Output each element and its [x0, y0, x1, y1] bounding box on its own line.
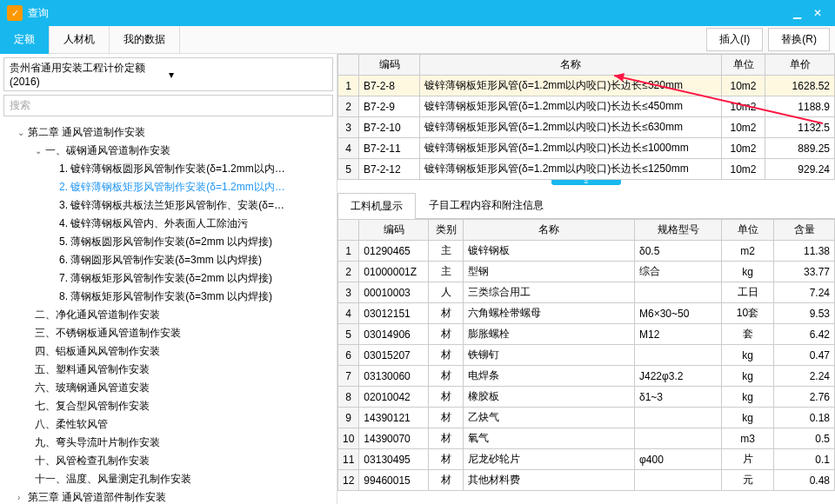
- tab-mydata[interactable]: 我的数据: [110, 26, 180, 54]
- splitter-handle[interactable]: ≡: [551, 180, 621, 185]
- tree-section-9[interactable]: 九、弯头导流叶片制作安装: [0, 434, 337, 452]
- table-row[interactable]: 2B7-2-9镀锌薄钢板矩形风管(δ=1.2mm以内咬口)长边长≤450mm10…: [338, 96, 835, 117]
- insert-button[interactable]: 插入(I): [706, 28, 763, 51]
- right-panel: 编码 名称 单位 单价 1B7-2-8镀锌薄钢板矩形风管(δ=1.2mm以内咬口…: [337, 54, 835, 504]
- table-row[interactable]: 1B7-2-8镀锌薄钢板矩形风管(δ=1.2mm以内咬口)长边长≤320mm10…: [338, 76, 835, 96]
- tree-chapter-2[interactable]: ⌄第二章 通风管道制作安装: [0, 123, 337, 142]
- table-row[interactable]: 703130060材电焊条J422φ3.2kg2.24: [338, 366, 835, 387]
- table-row[interactable]: 300010003人三类综合用工工日7.24: [338, 282, 835, 303]
- table-row[interactable]: 3B7-2-10镀锌薄钢板矩形风管(δ=1.2mm以内咬口)长边长≤630mm1…: [338, 117, 835, 138]
- tree-section-3[interactable]: 三、不锈钢板通风管道制作安装: [0, 324, 337, 342]
- table-row[interactable]: 101290465主镀锌钢板δ0.5m211.38: [338, 241, 835, 262]
- minimize-icon[interactable]: ▁: [786, 4, 807, 22]
- quota-table[interactable]: 编码 名称 单位 单价 1B7-2-8镀锌薄钢板矩形风管(δ=1.2mm以内咬口…: [337, 54, 835, 180]
- subtab-gongliaoji[interactable]: 工料机显示: [337, 193, 416, 219]
- chevron-down-icon: ⌄: [35, 146, 45, 156]
- table-row[interactable]: 201000001Z主型钢综合kg33.77: [338, 262, 835, 282]
- col-name: 名称: [420, 55, 722, 76]
- table-row[interactable]: 4B7-2-11镀锌薄钢板矩形风管(δ=1.2mm以内咬口)长边长≤1000mm…: [338, 138, 835, 159]
- table-row[interactable]: 603015207材铁铆钉kg0.47: [338, 345, 835, 366]
- col2-spec: 规格型号: [635, 220, 722, 241]
- tab-rencaiji[interactable]: 人材机: [50, 26, 110, 54]
- table-row[interactable]: 1014390070材氧气m30.5: [338, 428, 835, 449]
- window-title: 查询: [28, 6, 786, 21]
- tree: ⌄第二章 通风管道制作安装 ⌄一、碳钢通风管道制作安装 1. 镀锌薄钢板圆形风管…: [0, 120, 337, 504]
- table-row[interactable]: 503014906材膨胀螺栓M12套6.42: [338, 324, 835, 345]
- table-row[interactable]: 802010042材橡胶板δ1~3kg2.76: [338, 387, 835, 408]
- table-row[interactable]: 403012151材六角螺栓带螺母M6×30~5010套9.53: [338, 303, 835, 324]
- tree-item-6[interactable]: 6. 薄钢圆形风管制作安装(δ=3mm 以内焊接): [0, 251, 337, 269]
- tree-item-7[interactable]: 7. 薄钢板矩形风管制作安装(δ=2mm 以内焊接): [0, 269, 337, 288]
- col2-cat: 类别: [429, 220, 464, 241]
- col-code: 编码: [359, 55, 420, 76]
- subtabs: 工料机显示 子目工程内容和附注信息: [337, 192, 835, 219]
- tree-section-2[interactable]: 二、净化通风管道制作安装: [0, 306, 337, 324]
- tree-item-2[interactable]: 2. 镀锌薄钢板矩形风管制作安装(δ=1.2mm以内…: [0, 178, 337, 196]
- col2-qty: 含量: [774, 220, 835, 241]
- subtab-notes[interactable]: 子目工程内容和附注信息: [416, 192, 557, 218]
- close-icon[interactable]: ✕: [807, 4, 828, 22]
- tree-section-10[interactable]: 十、风管检查孔制作安装: [0, 452, 337, 470]
- tree-chapter-3[interactable]: ›第三章 通风管道部件制作安装: [0, 488, 337, 504]
- table-row[interactable]: 5B7-2-12镀锌薄钢板矩形风管(δ=1.2mm以内咬口)长边长≤1250mm…: [338, 159, 835, 180]
- tree-section-5[interactable]: 五、塑料通风管制作安装: [0, 361, 337, 379]
- norm-select-value: 贵州省通用安装工程计价定额(2016): [10, 61, 169, 88]
- tree-item-4[interactable]: 4. 镀锌薄钢板风管内、外表面人工除油污: [0, 215, 337, 233]
- col2-unit: 单位: [722, 220, 774, 241]
- norm-select[interactable]: 贵州省通用安装工程计价定额(2016) ▾: [3, 57, 333, 91]
- chevron-down-icon: ▾: [169, 69, 328, 81]
- table-row[interactable]: 914390121材乙炔气kg0.18: [338, 408, 835, 428]
- table-row[interactable]: 1103130495材尼龙砂轮片φ400片0.1: [338, 449, 835, 470]
- tree-item-1[interactable]: 1. 镀锌薄钢板圆形风管制作安装(δ=1.2mm以内…: [0, 160, 337, 178]
- app-logo-icon: ✓: [7, 5, 23, 21]
- tree-section-8[interactable]: 八、柔性软风管: [0, 415, 337, 434]
- col-unit: 单位: [722, 55, 765, 76]
- col-price: 单价: [765, 55, 835, 76]
- col2-name: 名称: [464, 220, 635, 241]
- tree-section-4[interactable]: 四、铝板通风风管制作安装: [0, 342, 337, 361]
- material-table[interactable]: 编码 类别 名称 规格型号 单位 含量 101290465主镀锌钢板δ0.5m2…: [337, 219, 835, 491]
- chevron-right-icon: ›: [17, 493, 28, 502]
- titlebar: ✓ 查询 ▁ ✕: [0, 0, 835, 26]
- replace-button[interactable]: 替换(R): [768, 28, 830, 51]
- tree-section-7[interactable]: 七、复合型风管制作安装: [0, 397, 337, 415]
- tree-item-3[interactable]: 3. 镀锌薄钢板共板法兰矩形风管制作、安装(δ=…: [0, 196, 337, 215]
- tree-item-8[interactable]: 8. 薄钢板矩形风管制作安装(δ=3mm 以内焊接): [0, 288, 337, 306]
- chevron-down-icon: ⌄: [17, 128, 28, 137]
- col2-code: 编码: [359, 220, 429, 241]
- tree-section-6[interactable]: 六、玻璃钢通风管道安装: [0, 379, 337, 397]
- tree-section-1[interactable]: ⌄一、碳钢通风管道制作安装: [0, 142, 337, 160]
- toolbar: 定额 人材机 我的数据 插入(I) 替换(R): [0, 26, 835, 54]
- tab-quota[interactable]: 定额: [0, 26, 50, 54]
- table-row[interactable]: 1299460015材其他材料费元0.48: [338, 470, 835, 491]
- tree-item-5[interactable]: 5. 薄钢板圆形风管制作安装(δ=2mm 以内焊接): [0, 233, 337, 251]
- search-input[interactable]: 搜索: [3, 95, 333, 116]
- left-panel: 贵州省通用安装工程计价定额(2016) ▾ 搜索 ⌄第二章 通风管道制作安装 ⌄…: [0, 54, 337, 504]
- tree-section-11[interactable]: 十一、温度、风量测定孔制作安装: [0, 470, 337, 488]
